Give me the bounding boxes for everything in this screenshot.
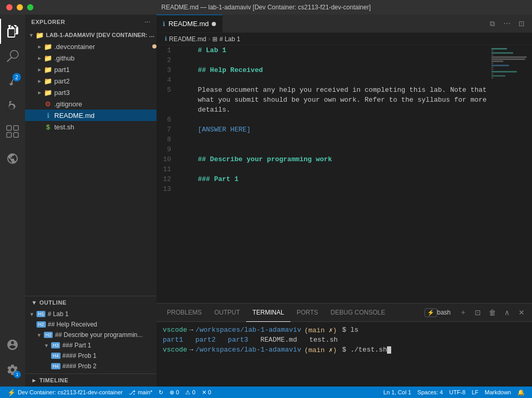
terminal-content[interactable]: vscode → /workspaces/lab-1-adamaviv (mai… [156,322,532,387]
github-chevron: ► [35,54,44,62]
part3-icon: 📁 [44,88,52,97]
bell-icon: 🔔 [517,389,525,396]
terminal-line-2: part1 part2 part3 README.md test.sh [163,335,526,345]
tab-dirty-indicator [212,22,216,26]
outline-item-part1[interactable]: ▼ H3 ### Part 1 [25,340,156,351]
explorer-menu-button[interactable]: ··· [144,19,150,25]
add-terminal-button[interactable]: ＋ [457,306,469,319]
status-sync[interactable]: ↻ [155,387,166,398]
outline-part1-label: ### Part 1 [62,342,91,349]
code-editor[interactable]: 1 2 3 4 5 6 7 8 9 10 11 12 13 [156,45,532,303]
panel-layout-button[interactable]: ⊡ [515,17,528,30]
explorer-item-devcontainer[interactable]: ► 📁 .devcontainer [25,41,156,52]
split-editor-button[interactable]: ⧉ [486,17,499,30]
term-arrow-1: → [189,326,194,334]
activity-source-control[interactable]: 2 [0,69,25,94]
terminal-line-3: vscode → /workspaces/lab-1-adamaviv (mai… [163,345,526,355]
more-actions-button[interactable]: ⋯ [501,17,513,30]
panel-tab-problems[interactable]: PROBLEMS [161,304,208,322]
bash-icon: ⚡ [425,308,437,317]
explorer-item-part2[interactable]: ► 📁 part2 [25,75,156,87]
explorer-tree: ▼ 📁 LAB-1-ADAMAVIV [DEV CONTAINER: CS...… [25,29,156,296]
outline-item-describe[interactable]: ▼ H2 ## Describe your programmin... [25,330,156,340]
status-bell[interactable]: 🔔 [514,387,528,398]
tab-readme[interactable]: ℹ README.md [156,15,223,32]
window-title: README.md — lab-1-adamaviv [Dev Containe… [161,4,371,11]
outline-h2-icon-help: H2 [37,321,46,328]
explorer-item-gitignore[interactable]: ⚙ .gitignore [25,98,156,110]
term-dollar-1: $ [342,326,346,334]
status-notifications[interactable]: ✕ 0 [199,387,214,398]
activity-search[interactable] [0,44,25,69]
status-language[interactable]: Markdown [481,387,514,398]
split-terminal-button[interactable]: ⊡ [471,306,484,319]
panel-tab-ports[interactable]: PORTS [291,304,324,322]
breadcrumb-section[interactable]: ⊞ # Lab 1 [212,35,240,43]
status-line-ending[interactable]: LF [468,387,481,398]
part1-chevron: ► [35,65,44,74]
code-line-12: ### Part 1 [182,174,486,184]
language-label: Markdown [485,389,511,395]
explorer-item-part1[interactable]: ► 📁 part1 [25,64,156,75]
activity-explorer[interactable] [0,19,25,44]
outline-item-prob1[interactable]: H4 #### Prob 1 [25,351,156,361]
position-label: Ln 1, Col 1 [383,389,411,395]
panel-tab-terminal[interactable]: TERMINAL [246,304,291,322]
encoding-label: UTF-8 [449,389,465,395]
activity-remote[interactable] [0,146,25,171]
term-path-1: /workspaces/lab-1-adamaviv [196,326,301,334]
terminal-line-1: vscode → /workspaces/lab-1-adamaviv (mai… [163,325,526,335]
status-warnings[interactable]: ⚠ 0 [182,387,198,398]
branch-icon: ⎇ [129,389,136,396]
breadcrumb-file[interactable]: README.md [169,35,206,43]
outline-h2-icon-describe: H2 [44,332,53,338]
code-content[interactable]: # Lab 1 ## Help Received Please document… [182,45,490,303]
minimize-button[interactable] [17,4,23,10]
outline-item-help[interactable]: H2 ## Help Received [25,319,156,330]
outline-item-prob2[interactable]: H4 #### Prob 2 [25,361,156,371]
part1-label: part1 [54,66,156,74]
explorer-item-readme[interactable]: ℹ README.md [25,110,156,121]
code-line-3: ## Help Received [182,65,486,75]
status-spaces[interactable]: Spaces: 4 [414,387,446,398]
timeline-header[interactable]: ► TIMELINE [25,374,156,387]
maximize-button[interactable] [27,4,33,10]
term-out-readme: README.md [260,336,297,344]
status-branch[interactable]: ⎇ main* [126,387,155,398]
outline-header[interactable]: ▼ OUTLINE [25,296,156,309]
code-line-6 [182,115,486,125]
close-panel-button[interactable]: ✕ [515,306,528,319]
panel-tab-debug[interactable]: DEBUG CONSOLE [324,304,392,322]
panel-tab-output[interactable]: OUTPUT [208,304,246,322]
status-remote[interactable]: ⚡ Dev Container: cs2113-f21-dev-containe… [4,387,126,398]
part3-chevron: ► [35,88,44,97]
explorer-item-part3[interactable]: ► 📁 part3 [25,87,156,98]
activity-settings[interactable]: 1 [0,357,25,382]
outline-h3-icon: H3 [51,342,61,348]
maximize-panel-button[interactable]: ∧ [501,306,513,319]
activity-run[interactable] [0,94,25,119]
gitignore-label: .gitignore [54,100,156,108]
status-position[interactable]: Ln 1, Col 1 [380,387,414,398]
explorer-root[interactable]: ▼ 📁 LAB-1-ADAMAVIV [DEV CONTAINER: CS... [25,29,156,41]
activity-account[interactable] [0,332,25,357]
explorer-item-test[interactable]: $ test.sh [25,121,156,132]
status-errors[interactable]: ⊗ 0 [166,387,182,398]
activity-extensions[interactable] [0,119,25,144]
code-line-1: # Lab 1 [182,45,486,55]
breadcrumb-file-icon: ℹ [165,35,167,42]
code-line-7: [ANSWER HERE] [182,125,486,135]
term-vscode-2: vscode [163,346,187,354]
outline-chevron: ▼ [31,299,37,306]
code-line-5c: details. [182,105,486,115]
panel-tabs: PROBLEMS OUTPUT TERMINAL PORTS DEBUG CON… [156,304,532,322]
close-button[interactable] [6,4,13,10]
status-encoding[interactable]: UTF-8 [446,387,468,398]
term-out-sep2 [215,336,227,344]
explorer-item-github[interactable]: ► 📁 .github [25,52,156,64]
minimap [490,45,532,303]
bash-label-btn[interactable]: ⚡ bash [420,306,455,319]
kill-terminal-button[interactable]: 🗑 [486,306,499,319]
outline-item-lab1[interactable]: ▼ H1 # Lab 1 [25,309,156,319]
devcontainer-chevron: ► [35,42,44,51]
